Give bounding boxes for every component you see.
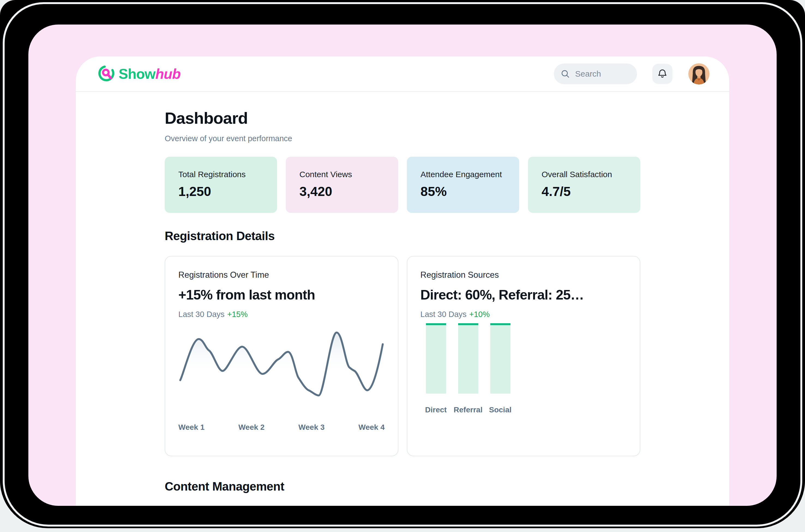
bar-cap <box>458 323 478 325</box>
line-chart-svg <box>179 330 385 401</box>
bar-chart <box>426 323 627 394</box>
page-title: Dashboard <box>165 109 640 128</box>
stat-value: 1,250 <box>179 184 277 199</box>
logo[interactable]: Showhub <box>97 64 181 84</box>
chart-card-registration-sources: Registration Sources Direct: 60%, Referr… <box>407 256 640 456</box>
stats-row: Total Registrations 1,250 Content Views … <box>165 157 640 213</box>
chart-card-registrations-over-time: Registrations Over Time +15% from last m… <box>165 256 398 456</box>
x-tick-week3: Week 3 <box>298 423 324 432</box>
stat-label: Overall Satisfaction <box>542 170 640 179</box>
x-tick-week2: Week 2 <box>238 423 264 432</box>
bar-referral <box>458 323 478 394</box>
search-box[interactable] <box>554 63 637 84</box>
stat-label: Content Views <box>299 170 398 179</box>
stat-label: Attendee Engagement <box>420 170 519 179</box>
user-avatar[interactable] <box>688 63 710 84</box>
logo-word-show: Show <box>119 66 155 82</box>
chart-title: Registration Sources <box>420 270 627 280</box>
stat-card-attendee-engagement: Attendee Engagement 85% <box>407 157 519 213</box>
stat-label: Total Registrations <box>179 170 277 179</box>
x-tick-week1: Week 1 <box>179 423 205 432</box>
stat-value: 4.7/5 <box>542 184 640 199</box>
stat-value: 3,420 <box>299 184 398 199</box>
search-icon <box>560 69 570 79</box>
stat-value: 85% <box>420 184 519 199</box>
bell-icon <box>657 69 668 79</box>
chart-period: Last 30 Days <box>179 310 224 319</box>
bar-direct <box>426 323 446 394</box>
bar-axis-labels: Direct Referral Social <box>426 405 627 414</box>
chart-headline: +15% from last month <box>179 287 385 303</box>
chart-change: +10% <box>469 310 490 319</box>
bar-label-referral: Referral <box>458 405 478 414</box>
chart-change: +15% <box>227 310 248 319</box>
stat-card-content-views: Content Views 3,420 <box>286 157 398 213</box>
stat-card-total-registrations: Total Registrations 1,250 <box>165 157 277 213</box>
line-area-fill <box>180 332 383 401</box>
app-window: Showhub <box>76 56 729 506</box>
x-tick-week4: Week 4 <box>358 423 385 432</box>
bar-social <box>490 323 510 394</box>
charts-row: Registrations Over Time +15% from last m… <box>165 256 640 456</box>
bar-cap <box>426 323 446 325</box>
page-subtitle: Overview of your event performance <box>165 134 640 143</box>
chart-headline: Direct: 60%, Referral: 25… <box>420 287 627 303</box>
bar-cap <box>490 323 510 325</box>
bar-label-direct: Direct <box>426 405 446 414</box>
x-axis-labels: Week 1 Week 2 Week 3 Week 4 <box>179 423 385 432</box>
section-heading-registration-details: Registration Details <box>165 229 640 243</box>
chart-title: Registrations Over Time <box>179 270 385 280</box>
logo-wordmark: Showhub <box>119 66 181 82</box>
chart-meta: Last 30 Days+10% <box>420 310 627 319</box>
notifications-button[interactable] <box>652 64 672 84</box>
app-header: Showhub <box>76 56 729 92</box>
logo-word-hub: hub <box>155 66 181 82</box>
stat-card-overall-satisfaction: Overall Satisfaction 4.7/5 <box>528 157 640 213</box>
line-chart: Week 1 Week 2 Week 3 Week 4 <box>179 330 385 432</box>
section-heading-content-management: Content Management <box>165 480 640 493</box>
main-content: Dashboard Overview of your event perform… <box>76 109 729 493</box>
logo-magnifier-ring-icon <box>97 64 116 84</box>
chart-meta: Last 30 Days+15% <box>179 310 385 319</box>
search-input[interactable] <box>575 69 630 78</box>
bar-label-social: Social <box>490 405 510 414</box>
device-mockup: Showhub <box>0 0 805 532</box>
chart-period: Last 30 Days <box>420 310 467 319</box>
